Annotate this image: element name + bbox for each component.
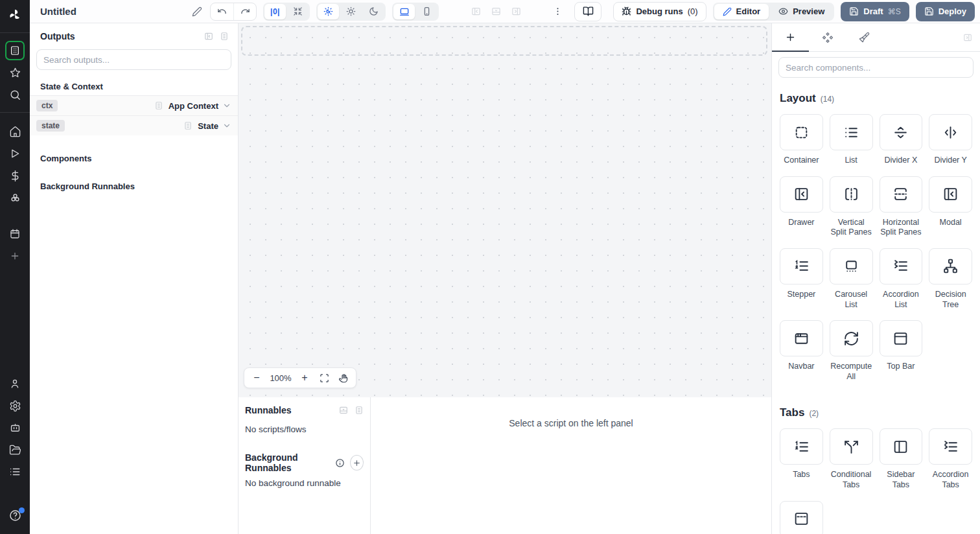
tab-component-tree[interactable] bbox=[809, 23, 846, 51]
tabs-icon bbox=[780, 428, 823, 465]
draft-label: Draft bbox=[863, 6, 883, 16]
toggle-left-panel-icon[interactable] bbox=[471, 6, 481, 16]
json-doc-icon[interactable] bbox=[183, 121, 192, 130]
layout-section-count: (14) bbox=[821, 95, 834, 104]
canvas-drop-zone[interactable] bbox=[241, 26, 767, 56]
zoom-out-button[interactable]: − bbox=[247, 369, 266, 387]
help-button[interactable] bbox=[8, 509, 22, 525]
sidebar-item-logs[interactable] bbox=[0, 461, 30, 483]
pan-tool-button[interactable] bbox=[334, 369, 353, 387]
sidebar-item-favorites[interactable] bbox=[0, 62, 30, 84]
sidebar-item-workers[interactable] bbox=[0, 417, 30, 439]
sidebar-item-search[interactable] bbox=[0, 84, 30, 106]
more-menu-button[interactable] bbox=[553, 6, 563, 16]
redo-button[interactable] bbox=[233, 3, 256, 20]
component-card-decision-tree[interactable]: Decision Tree bbox=[929, 248, 972, 310]
component-card-navbar[interactable]: Navbar bbox=[780, 320, 823, 382]
outputs-doc-icon[interactable] bbox=[220, 32, 229, 41]
components-panel: Layout (14) Container bbox=[771, 23, 980, 534]
runnables-doc-icon[interactable] bbox=[355, 406, 364, 415]
draft-shortcut: ⌘S bbox=[888, 7, 901, 16]
vertical-split-panes-icon bbox=[830, 176, 873, 213]
edit-title-pencil-icon[interactable] bbox=[192, 6, 202, 17]
component-card-conditional-tabs[interactable]: Conditional Tabs bbox=[830, 428, 873, 490]
component-card-recompute-all[interactable]: Recompute All bbox=[830, 320, 873, 382]
json-doc-icon[interactable] bbox=[154, 101, 163, 110]
debug-runs-button[interactable]: Debug runs (0) bbox=[613, 2, 706, 21]
tab-editor[interactable]: Editor bbox=[714, 4, 769, 19]
component-card-carousel-list[interactable]: Carousel List bbox=[830, 248, 873, 310]
toggle-right-panel-icon[interactable] bbox=[511, 6, 521, 16]
add-background-runnable-button[interactable] bbox=[350, 455, 364, 470]
component-card-sidebar-tabs[interactable]: Sidebar Tabs bbox=[880, 428, 923, 490]
chevron-down-icon[interactable] bbox=[222, 121, 231, 130]
mobile-view-button[interactable] bbox=[416, 4, 438, 19]
info-icon[interactable] bbox=[335, 458, 345, 468]
output-row-ctx[interactable]: ctx App Context bbox=[30, 95, 238, 115]
zoom-level: 100% bbox=[266, 373, 295, 383]
no-background-runnable-text: No background runnable bbox=[245, 478, 364, 488]
carousel-list-icon bbox=[830, 248, 873, 284]
conditional-tabs-icon bbox=[830, 428, 873, 465]
zoom-in-button[interactable]: + bbox=[295, 369, 314, 387]
component-card-container[interactable]: Container bbox=[780, 114, 823, 166]
state-context-header: State & Context bbox=[30, 76, 238, 95]
component-card-partial[interactable] bbox=[780, 501, 823, 534]
sidebar-item-users[interactable] bbox=[0, 373, 30, 395]
sidebar-item-variables[interactable] bbox=[0, 165, 30, 187]
component-card-top-bar[interactable]: Top Bar bbox=[880, 320, 923, 382]
component-card-divider-y[interactable]: Divider Y bbox=[929, 114, 972, 166]
expand-canvas-button[interactable] bbox=[287, 4, 309, 19]
component-card-vertical-split-panes[interactable]: Vertical Split Panes bbox=[830, 176, 873, 238]
collapse-outputs-icon[interactable] bbox=[204, 32, 213, 41]
search-outputs-input[interactable] bbox=[36, 49, 231, 70]
sidebar-item-folders[interactable] bbox=[0, 439, 30, 461]
sidebar-item-add[interactable] bbox=[0, 245, 30, 267]
windmill-logo-icon[interactable] bbox=[0, 0, 30, 30]
component-card-stepper[interactable]: Stepper bbox=[780, 248, 823, 310]
docs-button[interactable] bbox=[574, 2, 601, 21]
toggle-bottom-panel-icon[interactable] bbox=[491, 6, 501, 16]
theme-light-button[interactable] bbox=[340, 4, 362, 19]
component-card-accordion-tabs[interactable]: Accordion Tabs bbox=[929, 428, 972, 490]
sidebar-item-apps[interactable] bbox=[5, 41, 25, 60]
component-card-horizontal-split-panes[interactable]: Horizontal Split Panes bbox=[880, 176, 923, 238]
undo-button[interactable] bbox=[211, 3, 233, 20]
drawer-icon bbox=[780, 176, 823, 213]
output-row-state[interactable]: state State bbox=[30, 115, 238, 135]
tab-preview[interactable]: Preview bbox=[770, 4, 833, 19]
search-components-input[interactable] bbox=[778, 57, 974, 78]
component-card-accordion-list[interactable]: Accordion List bbox=[880, 248, 923, 310]
collapse-components-panel-icon[interactable] bbox=[963, 23, 972, 51]
panel-toggle-group bbox=[471, 6, 521, 16]
component-card-drawer[interactable]: Drawer bbox=[780, 176, 823, 238]
sidebar-item-resources[interactable] bbox=[0, 187, 30, 209]
save-icon bbox=[849, 6, 859, 16]
sidebar-item-settings[interactable] bbox=[0, 395, 30, 417]
sidebar-item-home[interactable] bbox=[0, 121, 30, 143]
fit-view-button[interactable] bbox=[314, 369, 334, 387]
app-root: Untitled |0| bbox=[0, 0, 980, 534]
component-card-list[interactable]: List bbox=[830, 114, 873, 166]
draft-button[interactable]: Draft ⌘S bbox=[841, 2, 909, 21]
chevron-down-icon[interactable] bbox=[222, 101, 231, 110]
eye-icon bbox=[778, 6, 788, 16]
modal-icon bbox=[929, 176, 972, 213]
deploy-button[interactable]: Deploy bbox=[916, 2, 975, 21]
theme-auto-button[interactable] bbox=[318, 4, 339, 19]
component-card-tabs[interactable]: Tabs bbox=[780, 428, 823, 490]
list-icon bbox=[830, 114, 873, 150]
collapse-runnables-icon[interactable] bbox=[339, 406, 348, 415]
app-canvas[interactable]: − 100% + bbox=[239, 23, 771, 397]
layout-components-grid: Container List Divider X bbox=[780, 114, 972, 382]
background-runnables-title: Background Runnables bbox=[245, 452, 331, 473]
sidebar-item-schedules[interactable] bbox=[0, 223, 30, 245]
tab-theme-styling[interactable] bbox=[846, 23, 883, 51]
desktop-view-button[interactable] bbox=[393, 4, 415, 19]
theme-dark-button[interactable] bbox=[363, 4, 384, 19]
component-card-modal[interactable]: Modal bbox=[929, 176, 972, 238]
tab-insert-component[interactable] bbox=[772, 23, 809, 51]
component-card-divider-x[interactable]: Divider X bbox=[880, 114, 923, 166]
center-content-button[interactable]: |0| bbox=[264, 4, 286, 19]
sidebar-item-runs[interactable] bbox=[0, 143, 30, 165]
